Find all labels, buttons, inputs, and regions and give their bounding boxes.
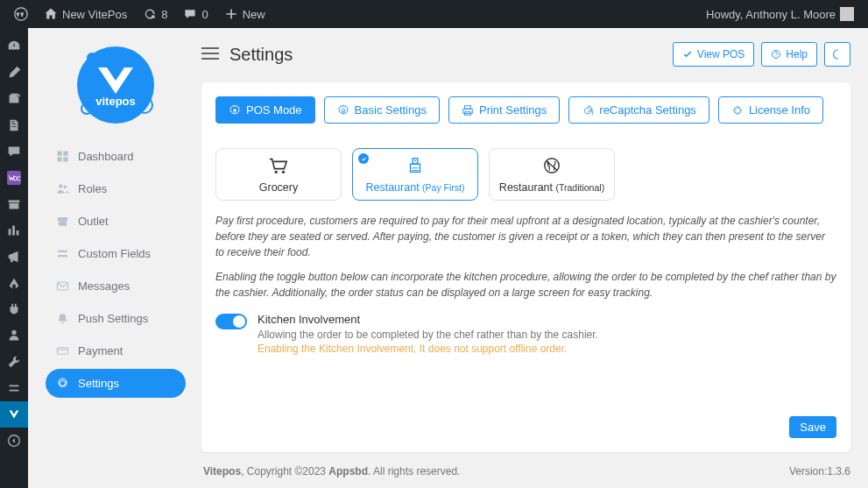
tab-basic-settings[interactable]: Basic Settings xyxy=(324,96,440,124)
nav-label: Messages xyxy=(78,279,130,293)
svg-rect-7 xyxy=(58,152,62,156)
wp-menu-woocommerce[interactable] xyxy=(0,165,28,191)
tab-label: License Info xyxy=(749,103,810,117)
svg-point-3 xyxy=(87,53,97,63)
nav-label: Dashboard xyxy=(78,150,134,163)
nav-label: Push Settings xyxy=(78,312,148,325)
wp-menu-products[interactable] xyxy=(0,191,28,217)
view-pos-button[interactable]: View POS xyxy=(673,42,754,67)
nav-outlet[interactable]: Outlet xyxy=(46,207,186,236)
tab-recaptcha-settings[interactable]: reCaptcha Settings xyxy=(568,96,709,124)
svg-rect-10 xyxy=(63,157,67,161)
nav-dashboard[interactable]: Dashboard xyxy=(46,142,186,171)
restaurant-icon xyxy=(540,156,563,178)
tab-pos-mode[interactable]: POS Mode xyxy=(215,96,315,124)
dark-mode-button[interactable] xyxy=(824,42,850,67)
mode-label-text: Restaurant (Pay First) xyxy=(365,181,464,194)
gear-icon xyxy=(229,104,241,117)
cart-icon xyxy=(267,156,290,178)
svg-rect-9 xyxy=(58,157,62,161)
wp-admin-bar: New VitePos 8 0 New Howdy, Anthony L. Mo… xyxy=(0,0,868,28)
selected-check-icon xyxy=(358,153,369,164)
save-button[interactable]: Save xyxy=(789,416,836,438)
wp-menu-users[interactable] xyxy=(0,322,28,349)
nav-payment[interactable]: Payment xyxy=(46,336,186,365)
mode-restaurant-pay-first[interactable]: Restaurant (Pay First) xyxy=(352,148,478,201)
tab-license-info[interactable]: License Info xyxy=(718,96,823,124)
help-button[interactable]: Help xyxy=(761,42,817,67)
vitepos-nav: Dashboard Roles Outlet Custom Fields Mes… xyxy=(46,142,186,398)
nav-roles[interactable]: Roles xyxy=(46,174,186,203)
site-name-text: New VitePos xyxy=(62,8,127,21)
wp-menu-analytics[interactable] xyxy=(0,217,28,244)
wp-menu-settings[interactable] xyxy=(0,375,28,401)
page-title: Settings xyxy=(229,45,293,65)
howdy-link[interactable]: Howdy, Anthony L. Moore xyxy=(699,0,861,28)
svg-text:vitepos: vitepos xyxy=(95,95,136,108)
svg-point-23 xyxy=(734,107,740,113)
nav-custom-fields[interactable]: Custom Fields xyxy=(46,239,186,268)
wp-menu-media[interactable] xyxy=(0,86,28,112)
help-icon xyxy=(771,49,781,60)
kitchen-title: Kitchen Involvement xyxy=(258,313,598,326)
nav-settings[interactable]: Settings xyxy=(46,369,186,398)
kitchen-desc: Allowing the order to be completed by th… xyxy=(258,329,598,341)
license-icon xyxy=(731,104,744,117)
footer: Vitepos, Copyright ©2023 Appsbd. All rig… xyxy=(28,452,868,488)
settings-card: POS Mode Basic Settings Print Settings r… xyxy=(201,82,850,452)
site-link[interactable]: New VitePos xyxy=(37,0,134,28)
wp-menu-collapse[interactable] xyxy=(0,428,28,454)
comments-link[interactable]: 0 xyxy=(176,0,215,28)
comment-icon xyxy=(183,7,197,21)
svg-point-11 xyxy=(59,184,63,188)
new-text: New xyxy=(243,8,265,21)
wp-menu-dashboard[interactable] xyxy=(0,33,28,60)
wp-menu-marketing[interactable] xyxy=(0,244,28,270)
nav-messages[interactable]: Messages xyxy=(46,272,186,301)
tab-label: Print Settings xyxy=(479,103,547,117)
updates-link[interactable]: 8 xyxy=(136,0,174,28)
recaptcha-icon xyxy=(582,104,594,117)
svg-rect-14 xyxy=(58,255,67,257)
wp-menu-plugins[interactable] xyxy=(0,296,28,322)
mode-grocery[interactable]: Grocery xyxy=(215,148,342,201)
wp-menu-pages[interactable] xyxy=(0,112,28,138)
hamburger-button[interactable] xyxy=(201,47,219,62)
wp-logo[interactable] xyxy=(7,0,35,28)
kitchen-warning: Enabling the Kitchen Involvement, It doe… xyxy=(258,343,598,355)
description-1: Pay first procedure, customers are requi… xyxy=(215,213,836,260)
wp-menu-tools[interactable] xyxy=(0,349,28,375)
svg-rect-20 xyxy=(464,105,470,109)
footer-copyright: Vitepos, Copyright ©2023 Appsbd. All rig… xyxy=(203,465,460,477)
nav-label: Outlet xyxy=(78,215,109,228)
wp-menu-vitepos[interactable] xyxy=(0,401,28,428)
nav-label: Roles xyxy=(78,182,107,195)
tab-print-settings[interactable]: Print Settings xyxy=(448,96,560,124)
svg-rect-13 xyxy=(58,251,67,252)
svg-point-12 xyxy=(64,185,67,188)
wp-menu-posts[interactable] xyxy=(0,60,28,86)
new-link[interactable]: New xyxy=(217,0,272,28)
mode-restaurant-traditional[interactable]: Restaurant (Traditional) xyxy=(489,148,615,201)
nav-label: Custom Fields xyxy=(78,247,151,260)
nav-label: Payment xyxy=(78,344,123,357)
nav-push-settings[interactable]: Push Settings xyxy=(46,304,186,333)
footer-version: Version:1.3.6 xyxy=(789,465,850,477)
help-label: Help xyxy=(786,48,808,60)
mode-label-text: Restaurant (Traditional) xyxy=(499,181,604,194)
wp-menu-comments[interactable] xyxy=(0,138,28,165)
kitchen-toggle[interactable] xyxy=(215,314,247,329)
view-pos-label: View POS xyxy=(697,48,745,60)
svg-point-24 xyxy=(275,170,278,173)
wp-sidebar xyxy=(0,28,28,488)
svg-point-18 xyxy=(233,109,236,112)
mode-label-text: Grocery xyxy=(259,181,298,194)
svg-rect-8 xyxy=(63,152,67,156)
settings-icon xyxy=(337,104,349,117)
wp-menu-appearance[interactable] xyxy=(0,270,28,296)
check-icon xyxy=(682,49,693,60)
svg-rect-16 xyxy=(58,348,68,355)
vitepos-logo: vitepos xyxy=(46,37,186,133)
svg-point-28 xyxy=(414,159,416,161)
svg-point-19 xyxy=(342,109,345,112)
